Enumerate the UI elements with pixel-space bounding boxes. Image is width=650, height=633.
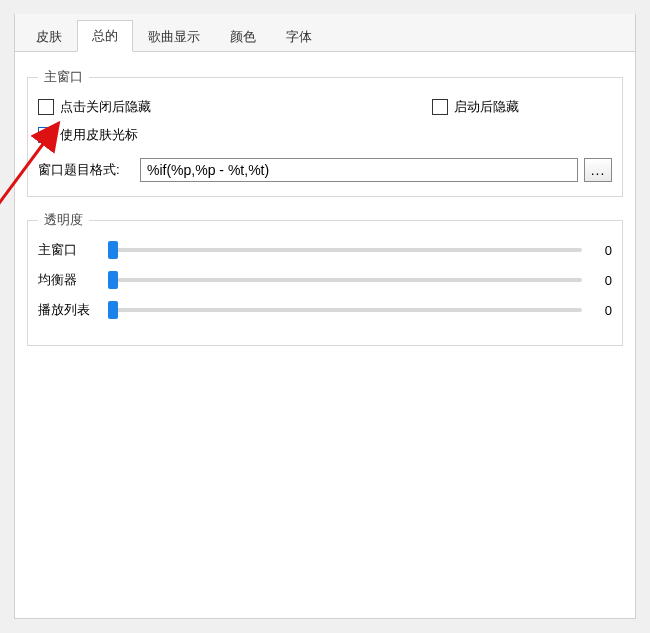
checkbox-hide-on-close[interactable] xyxy=(38,99,54,115)
slider-equalizer-label: 均衡器 xyxy=(38,271,98,289)
group-transparency-legend: 透明度 xyxy=(38,211,89,229)
tab-skin[interactable]: 皮肤 xyxy=(21,21,77,52)
checkbox-hide-on-startup-label: 启动后隐藏 xyxy=(454,98,519,116)
slider-playlist[interactable] xyxy=(108,308,582,312)
tab-bar: 皮肤 总的 歌曲显示 颜色 字体 xyxy=(15,14,635,52)
group-main-window-legend: 主窗口 xyxy=(38,68,89,86)
tab-general[interactable]: 总的 xyxy=(77,20,133,52)
slider-main-window-value: 0 xyxy=(592,243,612,258)
slider-main-window-label: 主窗口 xyxy=(38,241,98,259)
title-format-browse-button[interactable]: ... xyxy=(584,158,612,182)
tab-content-general: 主窗口 点击关闭后隐藏 启动后隐藏 ✓ 使用皮肤光标 窗口题目格式: xyxy=(15,52,635,376)
checkbox-hide-on-startup[interactable] xyxy=(432,99,448,115)
slider-equalizer-thumb[interactable] xyxy=(108,271,118,289)
slider-playlist-value: 0 xyxy=(592,303,612,318)
slider-main-window-thumb[interactable] xyxy=(108,241,118,259)
tab-song-display[interactable]: 歌曲显示 xyxy=(133,21,215,52)
slider-playlist-label: 播放列表 xyxy=(38,301,98,319)
tab-color[interactable]: 颜色 xyxy=(215,21,271,52)
group-main-window: 主窗口 点击关闭后隐藏 启动后隐藏 ✓ 使用皮肤光标 窗口题目格式: xyxy=(27,68,623,197)
title-format-label: 窗口题目格式: xyxy=(38,161,140,179)
title-format-input[interactable] xyxy=(140,158,578,182)
tab-font[interactable]: 字体 xyxy=(271,21,327,52)
slider-main-window[interactable] xyxy=(108,248,582,252)
checkbox-use-skin-cursor-label: 使用皮肤光标 xyxy=(60,126,138,144)
group-transparency: 透明度 主窗口 0 均衡器 0 播放列表 0 xyxy=(27,211,623,346)
checkbox-hide-on-close-label: 点击关闭后隐藏 xyxy=(60,98,151,116)
slider-equalizer[interactable] xyxy=(108,278,582,282)
checkbox-use-skin-cursor[interactable]: ✓ xyxy=(38,127,54,143)
settings-panel: 皮肤 总的 歌曲显示 颜色 字体 主窗口 点击关闭后隐藏 启动后隐藏 ✓ xyxy=(14,14,636,619)
slider-playlist-thumb[interactable] xyxy=(108,301,118,319)
slider-equalizer-value: 0 xyxy=(592,273,612,288)
